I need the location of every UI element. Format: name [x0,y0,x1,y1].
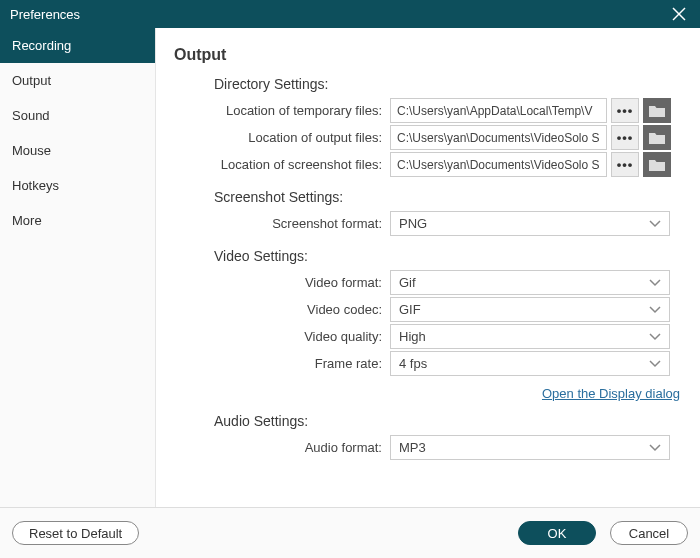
sidebar-item-sound[interactable]: Sound [0,98,155,133]
label-screenshot-format: Screenshot format: [174,216,390,231]
sidebar-item-label: Recording [12,38,71,53]
reset-button[interactable]: Reset to Default [12,521,139,545]
browse-button-output[interactable] [643,125,671,150]
page-title: Output [174,46,688,64]
open-display-dialog-link[interactable]: Open the Display dialog [542,386,680,401]
browse-button-screenshot[interactable] [643,152,671,177]
chevron-down-icon [649,444,661,452]
input-screenshot-files[interactable]: C:\Users\yan\Documents\VideoSolo S [390,152,607,177]
label-screenshot-files: Location of screenshot files: [174,157,390,172]
folder-icon [649,159,665,171]
close-button[interactable] [668,5,690,23]
sidebar-item-label: Hotkeys [12,178,59,193]
label-audio-format: Audio format: [174,440,390,455]
label-video-quality: Video quality: [174,329,390,344]
select-frame-rate[interactable]: 4 fps [390,351,670,376]
section-heading-audio: Audio Settings: [214,413,688,429]
sidebar-item-label: More [12,213,42,228]
section-heading-directory: Directory Settings: [214,76,688,92]
more-button-screenshot[interactable]: ••• [611,152,639,177]
select-video-quality[interactable]: High [390,324,670,349]
sidebar-item-hotkeys[interactable]: Hotkeys [0,168,155,203]
label-video-codec: Video codec: [174,302,390,317]
input-temp-files[interactable]: C:\Users\yan\AppData\Local\Temp\V [390,98,607,123]
sidebar-item-mouse[interactable]: Mouse [0,133,155,168]
select-video-codec[interactable]: GIF [390,297,670,322]
sidebar-item-label: Output [12,73,51,88]
chevron-down-icon [649,279,661,287]
close-icon [672,7,686,21]
footer: Reset to Default OK Cancel [0,508,700,558]
sidebar: Recording Output Sound Mouse Hotkeys Mor… [0,28,156,507]
chevron-down-icon [649,306,661,314]
section-heading-screenshot: Screenshot Settings: [214,189,688,205]
select-video-format[interactable]: Gif [390,270,670,295]
label-temp-files: Location of temporary files: [174,103,390,118]
ok-button[interactable]: OK [518,521,596,545]
ellipsis-icon: ••• [617,130,634,145]
select-audio-format[interactable]: MP3 [390,435,670,460]
chevron-down-icon [649,333,661,341]
titlebar: Preferences [0,0,700,28]
label-video-format: Video format: [174,275,390,290]
label-output-files: Location of output files: [174,130,390,145]
more-button-output[interactable]: ••• [611,125,639,150]
chevron-down-icon [649,220,661,228]
folder-icon [649,105,665,117]
sidebar-item-output[interactable]: Output [0,63,155,98]
sidebar-item-label: Sound [12,108,50,123]
label-frame-rate: Frame rate: [174,356,390,371]
section-heading-video: Video Settings: [214,248,688,264]
cancel-button[interactable]: Cancel [610,521,688,545]
sidebar-item-more[interactable]: More [0,203,155,238]
browse-button-temp[interactable] [643,98,671,123]
window-title: Preferences [10,7,80,22]
select-screenshot-format[interactable]: PNG [390,211,670,236]
chevron-down-icon [649,360,661,368]
sidebar-item-recording[interactable]: Recording [0,28,155,63]
input-output-files[interactable]: C:\Users\yan\Documents\VideoSolo S [390,125,607,150]
ellipsis-icon: ••• [617,157,634,172]
folder-icon [649,132,665,144]
ellipsis-icon: ••• [617,103,634,118]
more-button-temp[interactable]: ••• [611,98,639,123]
sidebar-item-label: Mouse [12,143,51,158]
